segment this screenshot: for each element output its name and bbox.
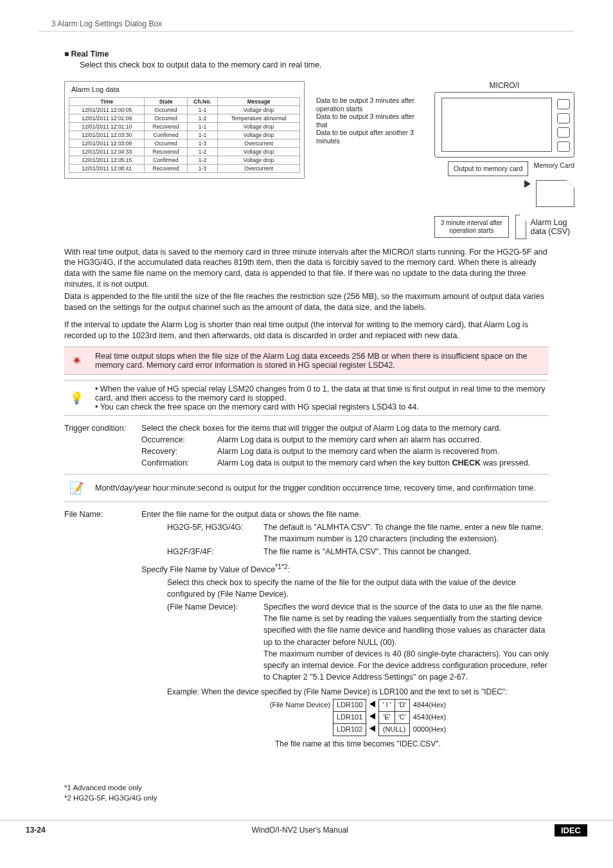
alarm-log-card: Alarm Log data Time State Ch.No. Message… bbox=[64, 81, 305, 179]
alarm-log-table: Time State Ch.No. Message 12/01/2011 12:… bbox=[69, 97, 300, 173]
callout-note: 📝 Month/day/year hour:minute:second is o… bbox=[64, 474, 549, 502]
trigger-condition-row: Trigger condition: Select the check boxe… bbox=[64, 422, 549, 469]
brace-label-1: Data to be output 3 minutes after operat… bbox=[316, 96, 423, 113]
warning-icon: ✷ bbox=[67, 351, 86, 370]
brace-label-3: Data to be output after another 3 minute… bbox=[316, 129, 423, 145]
micro-device bbox=[434, 92, 574, 158]
arrow-left-icon bbox=[369, 701, 375, 707]
page-number: 13-24 bbox=[26, 826, 46, 835]
lightbulb-icon: 💡 bbox=[67, 388, 86, 408]
section-heading: ■ Real Time bbox=[64, 50, 574, 59]
ldr-example-table: (File Name Device) LDR100 ' I ''D' 4844(… bbox=[267, 699, 449, 736]
micro-title: MICRO/I bbox=[434, 81, 574, 90]
brace-label-2: Data to be output 3 minutes after that bbox=[316, 113, 423, 129]
page-footer: 13-24 WindO/I-NV2 User's Manual IDEC bbox=[0, 820, 613, 836]
callout-warning: ✷ Real time output stops when the file s… bbox=[64, 347, 549, 375]
brand-logo: IDEC bbox=[555, 824, 587, 836]
filename-label: File Name: bbox=[64, 509, 135, 750]
diagram: Alarm Log data Time State Ch.No. Message… bbox=[64, 81, 574, 239]
memory-card-icon bbox=[536, 180, 574, 207]
breadcrumb: 3 Alarm Log Settings Dialog Box bbox=[39, 19, 574, 32]
callout-tip: 💡 • When the value of HG special relay L… bbox=[64, 380, 549, 416]
trigger-condition-label: Trigger condition: bbox=[64, 422, 135, 469]
note-icon: 📝 bbox=[67, 478, 86, 498]
paragraph-1: With real time output, data is saved to … bbox=[64, 247, 549, 291]
filename-row: File Name: Enter the file name for the o… bbox=[64, 509, 549, 750]
csv-label: Alarm Log data (CSV) bbox=[530, 218, 574, 236]
arrow-icon bbox=[524, 180, 531, 188]
section-desc: Select this check box to output data to … bbox=[80, 60, 574, 69]
manual-name: WindO/I-NV2 User's Manual bbox=[252, 826, 348, 835]
paragraph-2: Data is appended to the file until the s… bbox=[64, 291, 549, 313]
output-label: Output to memory card bbox=[448, 161, 528, 176]
footnotes: *1 Advanced mode only *2 HG2G-5F, HG3G/4… bbox=[64, 782, 574, 803]
memory-card-label: Memory Card bbox=[533, 161, 574, 169]
file-icon bbox=[515, 215, 527, 239]
interval-label: 3 minute interval after operation starts bbox=[434, 216, 509, 238]
paragraph-3: If the interval to update the Alarm Log … bbox=[64, 320, 549, 341]
